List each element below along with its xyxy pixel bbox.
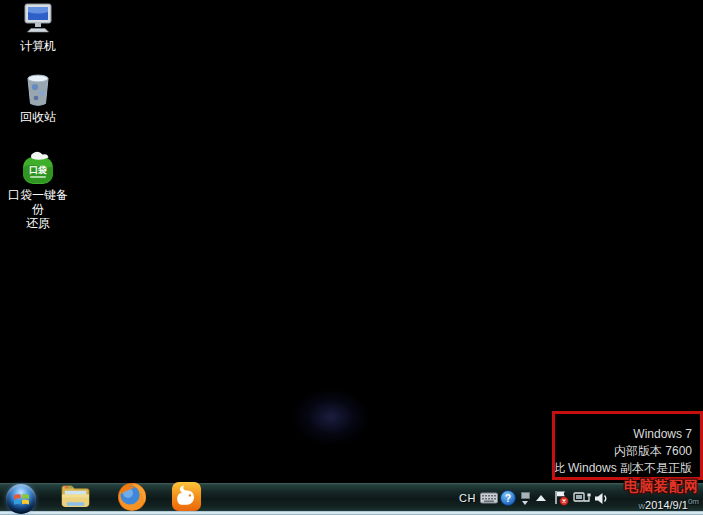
- uc-browser-icon: [171, 481, 202, 515]
- wallpaper-smudge: [292, 388, 370, 446]
- desktop[interactable]: 计算机 回收站 口袋 口袋一键备份 还原: [0, 0, 703, 515]
- genuine-line-2: 内部版本 7600: [553, 443, 692, 460]
- windows-explorer-icon: [60, 483, 91, 514]
- ime-options-icon: [521, 492, 530, 505]
- taskbar-windows-explorer-button[interactable]: [57, 484, 93, 513]
- computer-icon: [20, 1, 56, 37]
- tray-clock[interactable]: 电脑装配网 w2014/9/10m: [624, 479, 699, 514]
- desktop-icon-label: 口袋一键备份 还原: [5, 188, 71, 230]
- site-watermark-text: 电脑装配网: [624, 479, 699, 494]
- clock-date: w2014/9/10m: [639, 499, 699, 511]
- tray-action-center[interactable]: [553, 488, 569, 508]
- volume-icon: [594, 492, 609, 505]
- tray-keyboard-icon[interactable]: [480, 488, 498, 508]
- desktop-icon-recycle-bin[interactable]: 回收站: [5, 72, 71, 124]
- action-center-flag-icon: [553, 490, 569, 506]
- pocket-backup-icon: 口袋: [20, 150, 56, 186]
- desktop-icon-label: 计算机: [20, 39, 56, 53]
- genuine-line-3: 此 Windows 副本不是正版: [553, 460, 692, 477]
- tray-language-indicator[interactable]: CH: [459, 488, 476, 508]
- genuine-line-1: Windows 7: [553, 426, 692, 443]
- taskbar-bottom-strip: [0, 511, 703, 515]
- firefox-icon: [117, 482, 147, 515]
- tray-help-icon[interactable]: ?: [500, 488, 516, 508]
- pocket-icon-text: 口袋: [29, 165, 47, 175]
- tray-show-hidden-icons[interactable]: [534, 488, 548, 508]
- chevron-up-icon: [536, 495, 546, 501]
- help-icon: ?: [500, 490, 516, 506]
- desktop-icon-pocket-backup[interactable]: 口袋 口袋一键备份 还原: [5, 150, 71, 230]
- tray-network[interactable]: [573, 488, 591, 508]
- desktop-icon-computer[interactable]: 计算机: [5, 1, 71, 53]
- windows-start-orb-icon: [6, 484, 36, 514]
- chevron-down-icon: [522, 501, 528, 505]
- tray-ime-options-icon[interactable]: [518, 488, 532, 508]
- network-icon: [573, 492, 591, 505]
- genuine-notice: Windows 7 内部版本 7600 此 Windows 副本不是正版: [553, 426, 692, 477]
- tray-volume[interactable]: [594, 488, 609, 508]
- desktop-icon-label: 回收站: [20, 110, 56, 124]
- keyboard-icon: [480, 492, 498, 504]
- taskbar-uc-browser-button[interactable]: [168, 484, 204, 513]
- taskbar-firefox-button[interactable]: [114, 484, 150, 513]
- start-button[interactable]: [3, 484, 39, 513]
- recycle-bin-icon: [20, 72, 56, 108]
- taskbar: CH ?: [0, 483, 703, 515]
